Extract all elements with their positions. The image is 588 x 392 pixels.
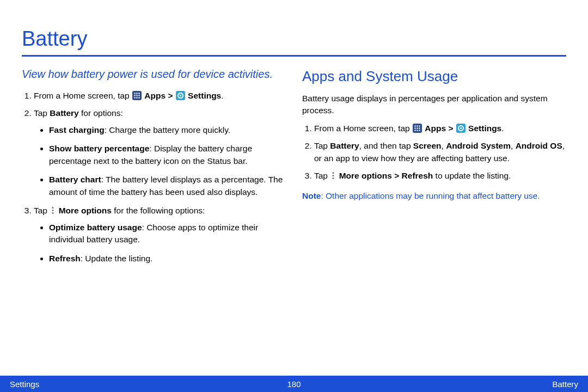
list-item: Tap More options > Refresh to update the… (314, 170, 566, 182)
settings-label: Settings (468, 124, 501, 133)
svg-point-9 (138, 97, 140, 99)
text: for the following options: (112, 206, 205, 215)
text: , (511, 141, 516, 150)
svg-point-28 (460, 127, 462, 129)
svg-point-8 (136, 97, 138, 99)
text: for options: (79, 108, 123, 118)
svg-point-21 (416, 127, 418, 129)
settings-label: Settings (188, 91, 221, 100)
svg-point-4 (134, 95, 136, 96)
text-bold: Show battery percentage (49, 144, 149, 153)
text: , and then tap (359, 141, 413, 150)
svg-point-31 (333, 177, 334, 179)
text-bold: Android System (446, 141, 511, 150)
text-bold: Battery chart (49, 175, 101, 184)
svg-point-22 (419, 127, 420, 129)
list-item: Tap Battery, and then tap Screen, Androi… (314, 140, 566, 164)
svg-point-3 (138, 93, 140, 94)
intro-text: View how battery power is used for devic… (22, 66, 286, 82)
text: Tap (34, 206, 50, 215)
title-rule (22, 55, 566, 57)
settings-gear-icon (456, 124, 465, 133)
svg-point-29 (333, 172, 334, 174)
list-item: From a Home screen, tap Apps > Settings. (314, 122, 566, 134)
svg-point-7 (134, 97, 136, 99)
svg-point-18 (416, 125, 418, 127)
note-text: Note: Other applications may be running … (302, 190, 566, 202)
text-bold: Refresh (49, 254, 81, 263)
content-columns: View how battery power is used for devic… (22, 66, 566, 271)
left-steps: From a Home screen, tap Apps > Settings.… (22, 90, 286, 265)
text-bold: More options > Refresh (339, 171, 433, 180)
svg-point-1 (134, 93, 136, 94)
text: Tap (314, 171, 330, 180)
apps-grid-icon (413, 124, 422, 133)
list-item: Show battery percentage: Display the bat… (49, 143, 286, 167)
right-steps: From a Home screen, tap Apps > Settings.… (302, 122, 566, 182)
list-item: Battery chart: The battery level display… (49, 174, 286, 198)
more-options-icon (50, 206, 56, 215)
step-text: From a Home screen, tap (34, 91, 132, 100)
paragraph: Battery usage displays in percentages pe… (302, 93, 566, 117)
text: . (501, 124, 504, 133)
more-options-list: Optimize battery usage: Choose apps to o… (34, 222, 286, 265)
footer-right: Battery (552, 379, 578, 389)
svg-point-14 (52, 210, 54, 211)
text: Tap (314, 141, 330, 150)
manual-page: Battery View how battery power is used f… (0, 0, 588, 392)
apps-grid-icon (132, 91, 142, 100)
text: to update the listing. (433, 171, 511, 180)
text: From a Home screen, tap (314, 124, 412, 133)
svg-point-2 (136, 93, 138, 94)
svg-point-5 (136, 95, 138, 96)
svg-point-30 (333, 175, 334, 176)
apps-label: Apps > (425, 124, 455, 133)
text-bold: More options (59, 206, 112, 215)
svg-point-13 (52, 207, 54, 209)
text: . (221, 91, 223, 100)
text-bold: Battery (330, 141, 359, 150)
page-title: Battery (22, 27, 566, 51)
list-item: From a Home screen, tap Apps > Settings. (34, 90, 286, 102)
text: : Other applications may be running that… (321, 191, 540, 200)
section-heading: Apps and System Usage (302, 66, 566, 87)
apps-label: Apps > (144, 91, 175, 100)
list-item: Refresh: Update the listing. (49, 253, 286, 265)
text-bold: Fast charging (49, 125, 105, 134)
footer-page-number: 180 (287, 379, 301, 389)
text-bold: Optimize battery usage (49, 223, 142, 232)
list-item: Fast charging: Charge the battery more q… (49, 124, 286, 136)
right-column: Apps and System Usage Battery usage disp… (302, 66, 566, 271)
svg-point-24 (416, 130, 418, 131)
text: : Update the listing. (81, 254, 153, 263)
text-bold: Battery (50, 108, 78, 118)
svg-point-12 (180, 95, 181, 96)
page-footer: Settings 180 Battery (0, 376, 588, 392)
text-bold: Screen (413, 141, 442, 150)
text-bold: Android OS (516, 141, 562, 150)
footer-left: Settings (10, 379, 39, 389)
settings-gear-icon (176, 91, 185, 100)
svg-point-15 (52, 212, 54, 214)
svg-point-23 (414, 130, 416, 131)
svg-point-20 (414, 127, 416, 129)
svg-point-19 (419, 125, 420, 127)
svg-point-25 (419, 130, 420, 131)
note-bold: Note (302, 191, 321, 200)
svg-point-17 (414, 125, 416, 127)
options-list: Fast charging: Charge the battery more q… (34, 124, 286, 198)
svg-point-6 (138, 95, 140, 96)
text: : Charge the battery more quickly. (105, 125, 230, 134)
left-column: View how battery power is used for devic… (22, 66, 286, 271)
more-options-icon (330, 171, 336, 180)
text: , (442, 141, 446, 150)
list-item: Tap Battery for options: Fast charging: … (34, 107, 286, 198)
text: Tap (34, 108, 50, 118)
list-item: Tap More options for the following optio… (34, 205, 286, 265)
list-item: Optimize battery usage: Choose apps to o… (49, 222, 286, 246)
